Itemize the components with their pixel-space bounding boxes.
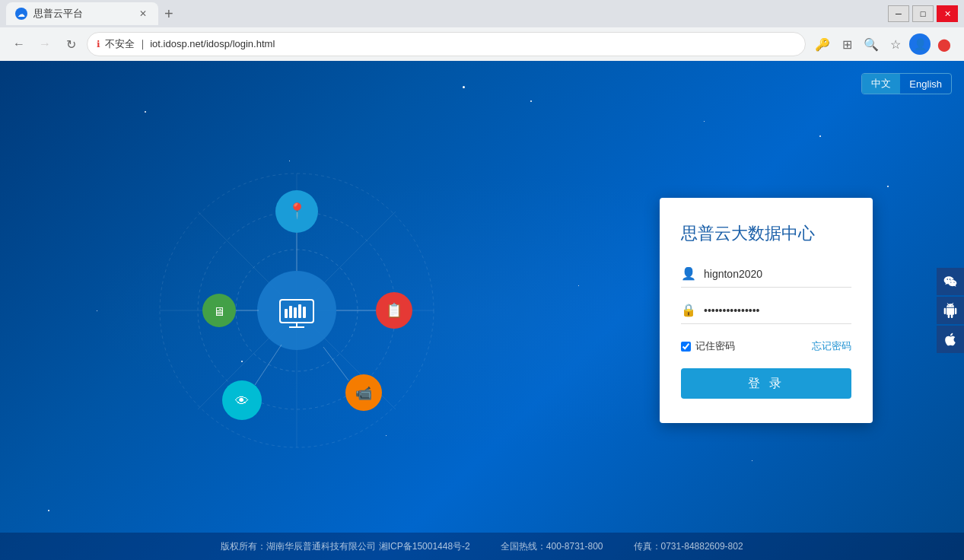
password-input[interactable] [704, 304, 851, 317]
translate-icon[interactable]: ⊞ [836, 33, 857, 55]
svg-line-29 [255, 345, 282, 385]
url-text: 不安全 ｜ iot.idosp.net/idosp/login.html [105, 37, 796, 51]
cast-icon[interactable]: ⬤ [934, 33, 955, 55]
english-lang-button[interactable]: English [900, 74, 951, 94]
toolbar-icons: 🔑 ⊞ 🔍 ☆ 👤 ⬤ [812, 33, 955, 55]
forgot-password-link[interactable]: 忘记密码 [812, 339, 851, 353]
new-tab-button[interactable]: + [164, 5, 173, 23]
copyright-text: 版权所有：湖南华辰普通科技有限公司 湘ICP备15001448号-2 [221, 540, 469, 553]
svg-text:📍: 📍 [288, 202, 307, 220]
svg-rect-13 [294, 307, 297, 318]
svg-text:📹: 📹 [355, 385, 373, 402]
main-page: 📍 📋 🖥 👁 📹 中文 English 思普云大数据中心 [0, 61, 964, 560]
svg-text:🖥: 🖥 [213, 305, 225, 318]
address-bar: ← → ↻ ℹ 不安全 ｜ iot.idosp.net/idosp/login.… [0, 27, 964, 61]
key-icon[interactable]: 🔑 [812, 33, 833, 55]
remember-checkbox[interactable] [681, 342, 691, 352]
wechat-icon-button[interactable] [937, 268, 964, 295]
username-input[interactable] [704, 268, 851, 280]
login-card: 思普云大数据中心 👤 🔒 记住密码 忘记密码 登 录 [660, 198, 873, 423]
language-switcher[interactable]: 中文 English [861, 73, 952, 94]
tab-favicon: ☁ [15, 8, 27, 20]
side-app-icons [937, 268, 964, 353]
fax-text: 传真：0731-84882609-802 [634, 540, 743, 553]
bookmark-icon[interactable]: ☆ [885, 33, 906, 55]
diagram-svg: 📍 📋 🖥 👁 📹 [137, 151, 457, 470]
svg-rect-14 [298, 304, 301, 318]
svg-rect-15 [303, 307, 306, 318]
reload-button[interactable]: ↻ [61, 34, 81, 54]
android-icon-button[interactable] [937, 297, 964, 324]
back-button[interactable]: ← [9, 34, 29, 54]
close-button[interactable]: ✕ [937, 5, 958, 22]
hotline-text: 全国热线：400-8731-800 [501, 540, 603, 553]
tab-close-button[interactable]: ✕ [137, 8, 149, 20]
login-button[interactable]: 登 录 [681, 368, 851, 399]
tab-title: 思普云平台 [33, 7, 131, 21]
login-title: 思普云大数据中心 [681, 222, 851, 245]
browser-tab[interactable]: ☁ 思普云平台 ✕ [6, 2, 158, 25]
svg-text:📋: 📋 [386, 302, 403, 319]
svg-line-30 [323, 347, 348, 380]
url-bar[interactable]: ℹ 不安全 ｜ iot.idosp.net/idosp/login.html [87, 32, 806, 56]
lock-icon: 🔒 [681, 303, 696, 317]
browser-chrome: ☁ 思普云平台 ✕ + ─ □ ✕ ← → ↻ ℹ 不安全 ｜ iot.idos… [0, 0, 964, 61]
password-group: 🔒 [681, 303, 851, 324]
chinese-lang-button[interactable]: 中文 [862, 74, 900, 94]
remember-left: 记住密码 [681, 339, 735, 353]
svg-rect-11 [285, 309, 288, 318]
svg-text:👁: 👁 [235, 393, 249, 409]
minimize-button[interactable]: ─ [888, 5, 909, 22]
user-icon: 👤 [681, 266, 696, 281]
username-group: 👤 [681, 266, 851, 288]
security-icon: ℹ [97, 39, 100, 49]
page-footer: 版权所有：湖南华辰普通科技有限公司 湘ICP备15001448号-2 全国热线：… [0, 533, 964, 560]
remember-row: 记住密码 忘记密码 [681, 339, 851, 353]
maximize-button[interactable]: □ [912, 5, 934, 22]
forward-button[interactable]: → [35, 34, 55, 54]
window-controls: ─ □ ✕ [888, 5, 958, 22]
remember-label: 记住密码 [695, 339, 735, 353]
iot-diagram: 📍 📋 🖥 👁 📹 [137, 151, 457, 470]
zoom-icon[interactable]: 🔍 [861, 33, 882, 55]
profile-icon[interactable]: 👤 [909, 33, 931, 55]
svg-rect-12 [289, 306, 292, 318]
title-bar: ☁ 思普云平台 ✕ + ─ □ ✕ [0, 0, 964, 27]
apple-icon-button[interactable] [937, 326, 964, 353]
